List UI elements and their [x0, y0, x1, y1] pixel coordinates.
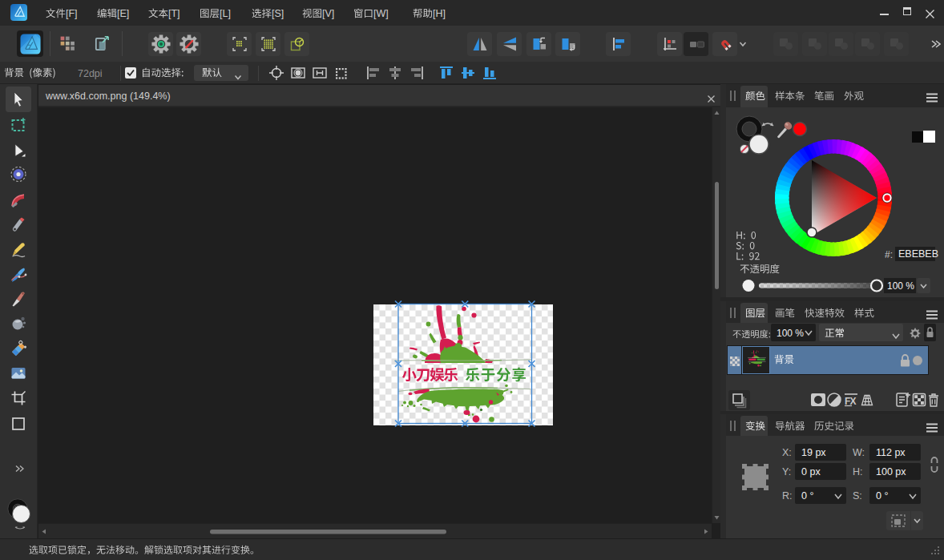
svg-text:FX: FX — [845, 396, 857, 407]
